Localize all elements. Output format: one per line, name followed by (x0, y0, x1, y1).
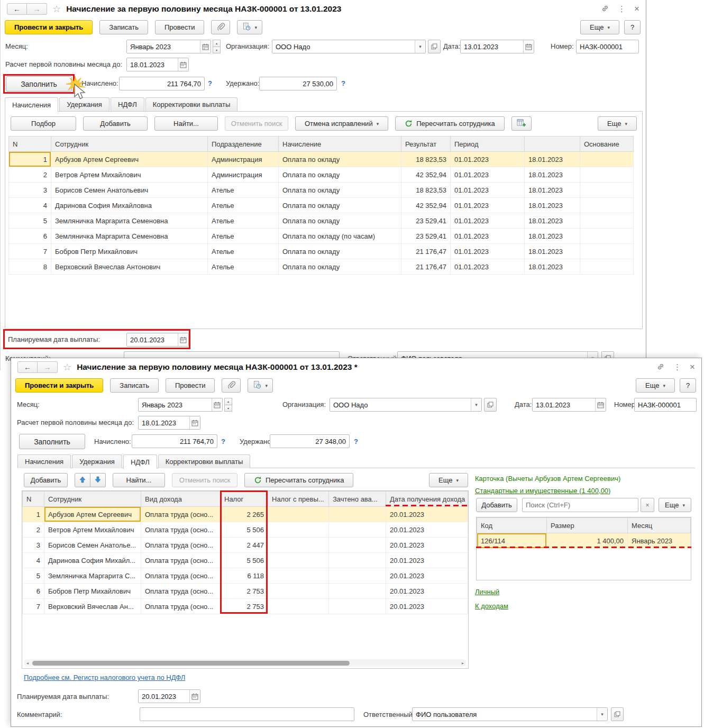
window-menu-icon[interactable]: ⋮ (673, 362, 681, 372)
move-down-button[interactable] (90, 473, 106, 487)
move-up-button[interactable] (75, 473, 90, 487)
month-spinner[interactable]: ▴▾ (213, 40, 221, 53)
calendar-icon[interactable] (178, 58, 188, 71)
recalc-employee-button[interactable]: Пересчитать сотрудника (244, 473, 353, 487)
back-button[interactable]: ← (7, 3, 27, 15)
calendar-icon[interactable] (189, 416, 200, 429)
table-row[interactable]: 3Борисов Семен АнатольевичАтельеОплата п… (9, 183, 634, 198)
table-row[interactable]: 8Верховский Вячеслав АнтоновичАтельеОпла… (9, 259, 634, 275)
scroll-left-icon[interactable]: ◄ (24, 661, 31, 665)
table-row[interactable]: 5Земляничка Маргарита СеменовнаАтельеОпл… (9, 213, 634, 229)
half-calc-input[interactable] (127, 58, 178, 71)
dropdown-icon[interactable]: ▾ (471, 398, 481, 411)
accrued-hint-icon[interactable]: ? (221, 438, 225, 445)
table-row[interactable]: 7Верховский Вячеслав Ан...Оплата труда (… (23, 599, 468, 614)
calendar-icon[interactable] (212, 398, 222, 411)
post-and-close-button[interactable]: Провести и закрыть (5, 20, 93, 34)
open-organization-button[interactable] (428, 40, 441, 53)
number-input[interactable] (577, 40, 638, 53)
table-row[interactable]: 6Бобров Петр МихайловичОплата труда (осн… (23, 584, 468, 599)
table-row[interactable]: 4Даринова София МихайловнаАтельеОплата п… (9, 198, 634, 213)
forward-button[interactable]: → (27, 3, 47, 15)
table-row[interactable]: 7Бобров Петр МихайловичАтельеОплата по о… (9, 244, 634, 259)
accrued-input[interactable] (120, 77, 204, 90)
organization-input[interactable] (272, 40, 415, 53)
month-spinner[interactable]: ▴▾ (224, 398, 232, 412)
table-row[interactable]: 1Арбузов Артем СергеевичАдминистрацияОпл… (9, 152, 634, 167)
table-row[interactable]: 5Земляничка Маргарита С...Оплата труда (… (23, 568, 468, 584)
calendar-icon[interactable] (523, 40, 534, 53)
post-button[interactable]: Провести (155, 20, 205, 34)
number-input[interactable] (635, 398, 696, 411)
recalc-employee-button[interactable]: Пересчитать сотрудника (395, 116, 504, 131)
window-menu-icon[interactable]: ⋮ (618, 4, 626, 14)
withheld-input[interactable] (260, 77, 336, 90)
personal-link[interactable]: Личный (475, 588, 499, 596)
fill-button[interactable]: Заполнить (6, 76, 72, 92)
calendar-icon[interactable] (178, 333, 188, 346)
planned-date-input[interactable] (127, 333, 178, 346)
dropdown-icon[interactable]: ▾ (597, 708, 607, 721)
scroll-right-icon[interactable]: ► (459, 661, 467, 665)
tab-deductions[interactable]: Удержания (72, 454, 122, 468)
organization-input[interactable] (330, 398, 471, 411)
pick-button[interactable]: Подбор (11, 116, 76, 131)
post-button[interactable]: Провести (166, 378, 215, 393)
ndfl-register-link[interactable]: Подробнее см. Регистр налогового учета п… (24, 674, 185, 681)
horizontal-scrollbar[interactable]: ◄ ► (24, 659, 467, 667)
tab-ndfl[interactable]: НДФЛ (123, 454, 157, 469)
calendar-icon[interactable] (189, 690, 200, 703)
accrued-input[interactable] (132, 435, 217, 448)
fill-button[interactable]: Заполнить (19, 434, 85, 449)
find-button[interactable]: Найти... (154, 116, 218, 131)
table-row[interactable]: 6Земляничка Маргарита СеменовнаАтельеОпл… (9, 229, 634, 244)
card-search-input[interactable] (523, 498, 638, 512)
planned-date-input[interactable] (139, 690, 189, 703)
post-and-close-button[interactable]: Провести и закрыть (15, 378, 103, 393)
more-button[interactable]: Еще▾ (580, 20, 619, 34)
add-row-button[interactable]: Добавить (83, 116, 148, 131)
deductions-link[interactable]: Стандартные и имущественные (1 400,00) (475, 487, 610, 495)
accrued-hint-icon[interactable]: ? (208, 79, 212, 87)
create-based-on-button[interactable]: ▾ (248, 378, 273, 393)
grid-more-button[interactable]: Еще▾ (598, 116, 637, 131)
table-row[interactable]: 4Даринова София Михайл...Оплата труда (о… (23, 553, 468, 568)
open-responsible-button[interactable] (611, 707, 624, 721)
card-more-button[interactable]: Еще▾ (659, 498, 691, 512)
find-button[interactable]: Найти... (113, 473, 165, 487)
calendar-icon[interactable] (200, 40, 211, 53)
get-link-icon[interactable] (601, 4, 609, 14)
write-button[interactable]: Записать (99, 20, 148, 34)
responsible-input[interactable] (413, 708, 597, 721)
add-row-button[interactable]: Добавить (24, 473, 68, 487)
create-based-on-button[interactable]: ▾ (237, 20, 262, 34)
table-row[interactable]: 2Ветров Артем МихайловичОплата труда (ос… (23, 522, 468, 538)
favorite-star-icon[interactable]: ☆ (63, 361, 71, 373)
favorite-star-icon[interactable]: ☆ (52, 3, 61, 15)
dropdown-icon[interactable]: ▾ (415, 40, 425, 53)
tab-accruals[interactable]: Начисления (5, 97, 58, 112)
date-input[interactable] (533, 398, 595, 411)
table-row[interactable]: 3Борисов Семен Анатолье...Оплата труда (… (23, 538, 468, 553)
withheld-input[interactable] (270, 435, 349, 448)
date-input[interactable] (461, 40, 523, 53)
withheld-hint-icon[interactable]: ? (354, 438, 358, 445)
open-organization-button[interactable] (484, 398, 497, 412)
income-link[interactable]: К доходам (475, 602, 508, 610)
help-button[interactable]: ? (680, 378, 696, 393)
grid-more-button[interactable]: Еще▾ (429, 473, 468, 487)
close-icon[interactable]: × (690, 362, 695, 372)
back-button[interactable]: ← (17, 361, 38, 373)
table-row[interactable]: 1Арбузов Артем СергеевичОплата труда (ос… (23, 507, 468, 522)
tab-accruals[interactable]: Начисления (17, 454, 71, 468)
withheld-hint-icon[interactable]: ? (341, 79, 345, 87)
undo-fixes-button[interactable]: Отмена исправлений▾ (295, 116, 388, 131)
cancel-search-button[interactable]: Отменить поиск (172, 473, 237, 487)
forward-button[interactable]: → (38, 361, 58, 373)
cancel-search-button[interactable]: Отменить поиск (225, 116, 288, 131)
month-input[interactable] (139, 398, 212, 411)
tab-payment-adjustments[interactable]: Корректировки выплаты (145, 97, 238, 111)
attachments-button[interactable] (222, 378, 241, 393)
table-row[interactable]: 126/1141 400,00Январь 2023 (477, 533, 691, 549)
more-button[interactable]: Еще▾ (636, 378, 675, 393)
